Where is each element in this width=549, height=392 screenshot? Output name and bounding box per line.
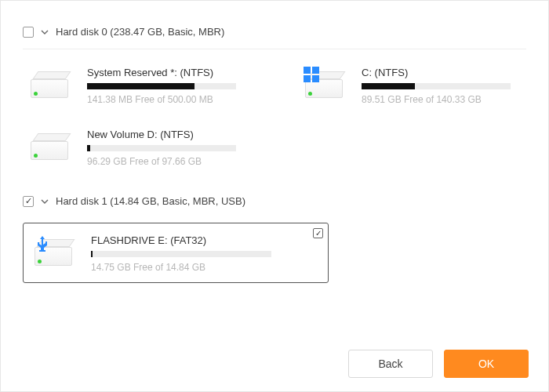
partition-title: C: (NTFS) (362, 67, 517, 78)
drive-icon (31, 71, 73, 104)
usage-bar (87, 83, 236, 89)
disk-checkbox-0[interactable] (23, 27, 34, 38)
disk-checkbox-1[interactable] (23, 196, 34, 207)
partition-item[interactable]: System Reserved *: (NTFS) 141.38 MB Free… (31, 67, 242, 105)
partition-title: FLASHDRIVE E: (FAT32) (91, 234, 317, 246)
disk-selection-panel: Hard disk 0 (238.47 GB, Basic, MBR) Syst… (1, 1, 548, 297)
drive-icon (31, 133, 73, 166)
disk-0-partitions: System Reserved *: (NTFS) 141.38 MB Free… (23, 49, 526, 189)
partition-item[interactable]: New Volume D: (NTFS) 96.29 GB Free of 97… (31, 129, 242, 167)
partition-free-text: 141.38 MB Free of 500.00 MB (87, 94, 242, 105)
usage-bar (362, 83, 511, 89)
selected-partition-box[interactable]: FLASHDRIVE E: (FAT32) 14.75 GB Free of 1… (23, 223, 329, 283)
chevron-down-icon (40, 197, 49, 206)
drive-icon (35, 239, 77, 272)
partition-title: System Reserved *: (NTFS) (87, 67, 242, 78)
disk-header-0[interactable]: Hard disk 0 (238.47 GB, Basic, MBR) (23, 20, 526, 49)
disk-label-1: Hard disk 1 (14.84 GB, Basic, MBR, USB) (56, 195, 245, 207)
dialog-footer: Back OK (348, 350, 529, 378)
ok-button[interactable]: OK (444, 350, 529, 378)
back-button[interactable]: Back (348, 350, 433, 378)
usb-icon (33, 234, 52, 256)
drive-icon (305, 71, 347, 104)
partition-free-text: 96.29 GB Free of 97.66 GB (87, 156, 242, 167)
partition-free-text: 89.51 GB Free of 140.33 GB (362, 94, 517, 105)
partition-title: New Volume D: (NTFS) (87, 129, 242, 140)
windows-icon (304, 67, 319, 82)
disk-header-1[interactable]: Hard disk 1 (14.84 GB, Basic, MBR, USB) (23, 189, 526, 218)
partition-free-text: 14.75 GB Free of 14.84 GB (91, 262, 317, 273)
partition-item[interactable]: C: (NTFS) 89.51 GB Free of 140.33 GB (305, 67, 517, 105)
usage-bar (91, 251, 271, 257)
usage-bar (87, 145, 236, 151)
chevron-down-icon (40, 27, 49, 37)
disk-label-0: Hard disk 0 (238.47 GB, Basic, MBR) (56, 26, 224, 38)
